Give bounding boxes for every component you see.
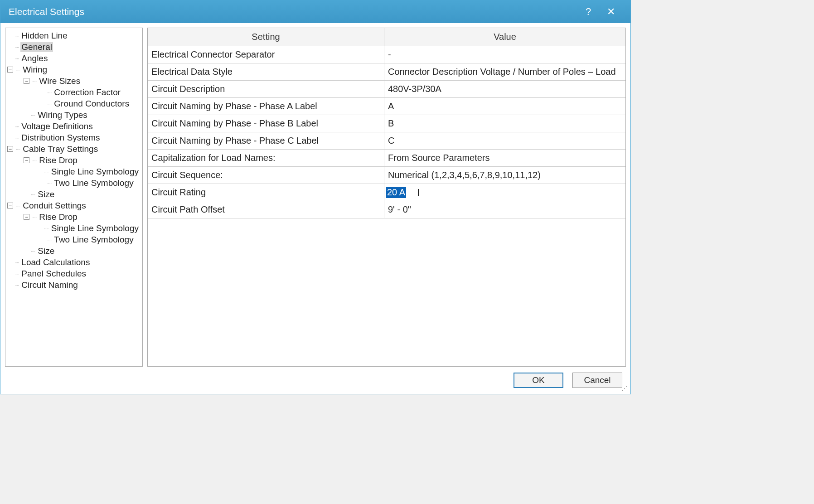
collapse-icon[interactable]: − — [7, 203, 13, 208]
electrical-settings-dialog: Electrical Settings ? ✕ ····Hidden Line·… — [0, 0, 631, 394]
tree-item[interactable]: −····Wire Sizes — [5, 75, 142, 87]
collapse-icon[interactable]: − — [24, 214, 29, 220]
tree-item[interactable]: ····Voltage Definitions — [5, 121, 142, 132]
grid-row[interactable]: Circuit Naming by Phase - Phase A LabelA — [148, 98, 625, 115]
setting-label: Circuit Description — [148, 81, 384, 97]
tree-item-label: Ground Conductors — [53, 99, 130, 109]
settings-grid: Setting Value Electrical Connector Separ… — [147, 28, 626, 367]
tree-item-label: General — [20, 42, 53, 52]
setting-label: Circuit Naming by Phase - Phase A Label — [148, 98, 384, 115]
cancel-button[interactable]: Cancel — [572, 373, 622, 388]
tree-item-label: Single Line Symbology — [50, 223, 140, 233]
tree-item-label: Wiring Types — [37, 110, 88, 120]
tree-item[interactable]: ····Correction Factor — [5, 87, 142, 98]
tree-item-label: Load Calculations — [20, 257, 91, 267]
tree-item[interactable]: ····Distribution Systems — [5, 132, 142, 143]
tree-item-label: Single Line Symbology — [50, 167, 140, 177]
setting-value[interactable]: C — [384, 132, 625, 149]
help-icon: ? — [586, 6, 591, 18]
setting-label: Electrical Connector Separator — [148, 46, 384, 63]
tree-item-label: Cable Tray Settings — [22, 144, 99, 154]
tree-item[interactable]: −····Rise Drop — [5, 211, 142, 223]
tree-item[interactable]: −····Rise Drop — [5, 155, 142, 166]
help-button[interactable]: ? — [577, 0, 600, 23]
header-value[interactable]: Value — [384, 28, 625, 46]
grid-row[interactable]: Circuit Naming by Phase - Phase C LabelC — [148, 132, 625, 150]
collapse-icon[interactable]: − — [7, 146, 13, 152]
tree-item-label: Panel Schedules — [20, 269, 87, 279]
setting-value[interactable]: Numerical (1,2,3,4,5,6,7,8,9,10,11,12) — [384, 167, 625, 184]
tree-item[interactable]: ····Two Line Symbology — [5, 234, 142, 245]
setting-label: Circuit Sequence: — [148, 167, 384, 184]
grid-row[interactable]: Electrical Connector Separator- — [148, 46, 625, 63]
tree-item-label: Correction Factor — [53, 87, 121, 97]
tree-item-label: Two Line Symbology — [53, 178, 134, 188]
titlebar: Electrical Settings ? ✕ — [0, 0, 630, 23]
tree-item[interactable]: ····Angles — [5, 53, 142, 64]
setting-value[interactable]: 9' - 0" — [384, 201, 625, 218]
grid-row[interactable]: Circuit Rating20 AI — [148, 184, 625, 201]
tree-item[interactable]: ····Single Line Symbology — [5, 223, 142, 234]
tree-item[interactable]: ····Size — [5, 189, 142, 200]
tree-item-label: Hidden Line — [20, 31, 68, 41]
setting-value[interactable]: - — [384, 46, 625, 63]
dialog-title: Electrical Settings — [9, 6, 84, 17]
dialog-footer: OK Cancel — [0, 367, 630, 394]
setting-label: Circuit Naming by Phase - Phase C Label — [148, 132, 384, 149]
setting-value[interactable]: From Source Parameters — [384, 150, 625, 166]
grid-body: Electrical Connector Separator-Electrica… — [148, 46, 625, 366]
setting-label: Circuit Path Offset — [148, 201, 384, 218]
setting-value[interactable]: B — [384, 115, 625, 132]
tree-item[interactable]: ····Single Line Symbology — [5, 166, 142, 177]
tree-item[interactable]: ····Wiring Types — [5, 109, 142, 121]
tree-item[interactable]: ····Two Line Symbology — [5, 177, 142, 189]
tree-item-label: Size — [37, 246, 55, 256]
tree-item[interactable]: −····Cable Tray Settings — [5, 143, 142, 155]
setting-value[interactable]: Connector Description Voltage / Number o… — [384, 63, 625, 80]
tree-item-label: Rise Drop — [38, 155, 78, 165]
close-icon: ✕ — [607, 6, 615, 18]
ok-button[interactable]: OK — [514, 373, 563, 388]
grid-header: Setting Value — [148, 28, 625, 46]
tree-item[interactable]: ····Hidden Line — [5, 30, 142, 41]
tree-item-label: Rise Drop — [38, 212, 78, 222]
tree-item-label: Circuit Naming — [20, 280, 79, 290]
tree-item[interactable]: ····Size — [5, 245, 142, 257]
tree-item-label: Voltage Definitions — [20, 121, 93, 131]
grid-row[interactable]: Circuit Sequence:Numerical (1,2,3,4,5,6,… — [148, 167, 625, 184]
tree-item-label: Two Line Symbology — [53, 235, 134, 245]
tree-item[interactable]: ····General — [5, 41, 142, 53]
header-setting[interactable]: Setting — [148, 28, 384, 46]
tree-item[interactable]: ····Load Calculations — [5, 257, 142, 268]
collapse-icon[interactable]: − — [24, 157, 29, 163]
setting-value[interactable]: 20 AI — [384, 184, 625, 201]
close-button[interactable]: ✕ — [600, 0, 622, 23]
grid-row[interactable]: Circuit Description480V-3P/30A — [148, 81, 625, 98]
collapse-icon[interactable]: − — [24, 78, 29, 84]
grid-row[interactable]: Circuit Path Offset9' - 0" — [148, 201, 625, 218]
setting-value[interactable]: 480V-3P/30A — [384, 81, 625, 97]
resize-grip-icon[interactable]: ⋰ — [621, 385, 629, 392]
tree-item-label: Angles — [20, 53, 48, 63]
setting-label: Circuit Naming by Phase - Phase B Label — [148, 115, 384, 132]
tree-item[interactable]: −····Wiring — [5, 64, 142, 75]
grid-row[interactable]: Capitalization for Load Names:From Sourc… — [148, 150, 625, 167]
tree-item-label: Conduit Settings — [22, 201, 87, 211]
setting-label: Electrical Data Style — [148, 63, 384, 80]
tree-item[interactable]: −····Conduit Settings — [5, 200, 142, 211]
grid-row[interactable]: Circuit Naming by Phase - Phase B LabelB — [148, 115, 625, 132]
tree-item-label: Wiring — [22, 65, 48, 75]
tree-item[interactable]: ····Circuit Naming — [5, 279, 142, 291]
setting-label: Circuit Rating — [148, 184, 384, 201]
grid-row[interactable]: Electrical Data StyleConnector Descripti… — [148, 63, 625, 81]
setting-label: Capitalization for Load Names: — [148, 150, 384, 166]
setting-value[interactable]: A — [384, 98, 625, 115]
text-cursor-icon: I — [417, 187, 420, 199]
tree-item-label: Wire Sizes — [38, 76, 81, 86]
tree-item[interactable]: ····Panel Schedules — [5, 268, 142, 279]
collapse-icon[interactable]: − — [7, 67, 13, 73]
tree-item[interactable]: ····Ground Conductors — [5, 98, 142, 109]
tree-item-label: Distribution Systems — [20, 133, 101, 143]
edit-selection: 20 A — [386, 187, 406, 198]
tree-panel[interactable]: ····Hidden Line····General····Angles−···… — [5, 28, 143, 367]
